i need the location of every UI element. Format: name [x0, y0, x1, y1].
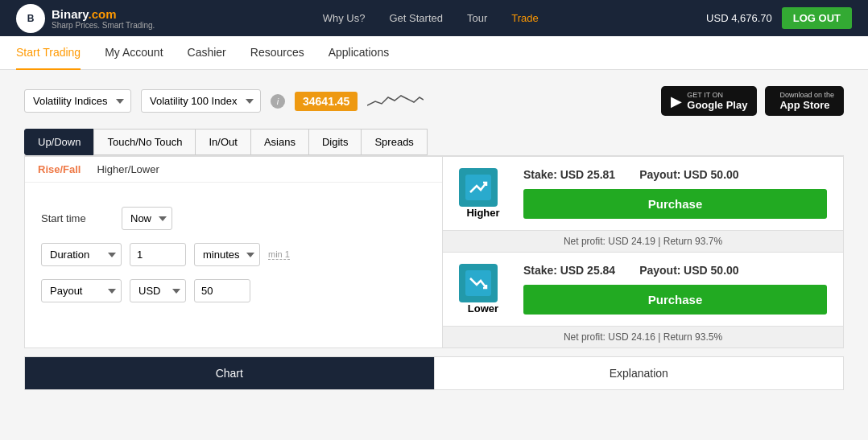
tab-touch-no-touch[interactable]: Touch/No Touch [93, 129, 196, 155]
subnav-applications[interactable]: Applications [329, 36, 390, 70]
start-time-select[interactable]: Now [122, 207, 172, 230]
logo-text: Binary.com [52, 7, 155, 21]
nav-tour[interactable]: Tour [467, 12, 487, 24]
nav-why-us[interactable]: Why Us? [323, 12, 366, 24]
higher-stake-payout: Stake: USD 25.81 Payout: USD 50.00 [523, 168, 827, 181]
contract-type-tabs: Up/Down Touch/No Touch In/Out Asians Dig… [24, 129, 844, 156]
duration-hint: min 1 [268, 249, 290, 260]
main-content: Volatility Indices Volatility 100 Index … [0, 70, 868, 406]
lower-label: Lower [459, 302, 507, 315]
start-time-row: Start time Now [41, 207, 426, 230]
tab-digits[interactable]: Digits [308, 129, 362, 155]
higher-net-profit: Net profit: USD 24.19 | Return 93.7% [443, 230, 843, 252]
lower-purchase-inner: Lower Stake: USD 25.84 Payout: USD 50.00 [443, 253, 843, 326]
higher-payout: Payout: USD 50.00 [639, 168, 738, 181]
trade-form-panel: Rise/Fall Higher/Lower Start time Now Du… [24, 156, 443, 348]
payout-type-select[interactable]: Payout [41, 279, 122, 302]
payout-currency-select[interactable]: USD [130, 279, 186, 302]
store-badges: ▶ GET IT ON Google Play Download on the … [661, 86, 844, 116]
lower-payout: Payout: USD 50.00 [639, 264, 738, 277]
tab-spreads[interactable]: Spreads [361, 129, 427, 155]
duration-unit-select[interactable]: minutes [194, 243, 260, 266]
form-area: Start time Now Duration minutes min 1 [25, 183, 442, 339]
price-badge: 34641.45 [295, 92, 358, 111]
tab-in-out[interactable]: In/Out [195, 129, 250, 155]
lower-direction: Lower [459, 264, 507, 315]
subtab-rise-fall[interactable]: Rise/Fall [38, 163, 81, 175]
subtabs-row: Rise/Fall Higher/Lower [25, 157, 442, 183]
sub-nav: Start Trading My Account Cashier Resourc… [0, 36, 868, 70]
higher-info: Stake: USD 25.81 Payout: USD 50.00 Purch… [523, 168, 827, 219]
google-play-badge[interactable]: ▶ GET IT ON Google Play [661, 86, 757, 116]
subnav-resources[interactable]: Resources [250, 36, 304, 70]
top-nav-right: USD 4,676.70 LOG OUT [706, 7, 852, 29]
lower-icon [459, 264, 498, 302]
logo: B Binary.com Sharp Prices. Smart Trading… [16, 4, 155, 33]
higher-label: Higher [459, 207, 507, 219]
top-nav-links: Why Us? Get Started Tour Trade [323, 12, 539, 24]
google-play-text: GET IT ON Google Play [687, 91, 747, 111]
logo-tagline: Sharp Prices. Smart Trading. [52, 21, 155, 30]
tab-updown[interactable]: Up/Down [24, 129, 94, 155]
logo-accent: .com [89, 7, 117, 21]
higher-purchase-card: Higher Stake: USD 25.81 Payout: USD 50.0… [442, 156, 844, 253]
lower-net-profit: Net profit: USD 24.16 | Return 93.5% [443, 326, 843, 347]
nav-trade[interactable]: Trade [511, 12, 538, 24]
toolbar-row: Volatility Indices Volatility 100 Index … [24, 86, 844, 116]
mini-chart [367, 89, 424, 113]
toolbar-left: Volatility Indices Volatility 100 Index … [24, 89, 424, 113]
subnav-my-account[interactable]: My Account [105, 36, 163, 70]
subtab-higher-lower[interactable]: Higher/Lower [97, 163, 159, 175]
tab-asians[interactable]: Asians [250, 129, 309, 155]
duration-row: Duration minutes min 1 [41, 243, 426, 266]
higher-purchase-button[interactable]: Purchase [523, 189, 827, 219]
market-select[interactable]: Volatility Indices [24, 89, 131, 113]
top-nav: B Binary.com Sharp Prices. Smart Trading… [0, 0, 868, 36]
balance-display: USD 4,676.70 [706, 12, 772, 24]
logout-button[interactable]: LOG OUT [782, 7, 852, 29]
duration-type-select[interactable]: Duration [41, 243, 122, 266]
lower-purchase-card: Lower Stake: USD 25.84 Payout: USD 50.00 [442, 253, 844, 348]
start-time-label: Start time [41, 212, 114, 224]
bottom-tabs: Chart Explanation [24, 356, 844, 390]
payout-value-input[interactable] [194, 279, 250, 302]
explanation-tab[interactable]: Explanation [434, 357, 844, 389]
subnav-start-trading[interactable]: Start Trading [16, 36, 81, 70]
trade-purchase-panel: Higher Stake: USD 25.81 Payout: USD 50.0… [443, 156, 844, 348]
lower-stake: Stake: USD 25.84 [523, 264, 615, 277]
google-play-icon: ▶ [671, 93, 682, 110]
lower-purchase-button[interactable]: Purchase [523, 285, 827, 315]
app-store-text: Download on the App Store [779, 91, 834, 111]
app-store-badge[interactable]: Download on the App Store [765, 86, 844, 116]
duration-value-input[interactable] [130, 243, 186, 266]
chart-tab[interactable]: Chart [25, 357, 434, 389]
higher-purchase-inner: Higher Stake: USD 25.81 Payout: USD 50.0… [443, 157, 843, 230]
higher-direction: Higher [459, 168, 507, 219]
nav-get-started[interactable]: Get Started [389, 12, 442, 24]
lower-stake-payout: Stake: USD 25.84 Payout: USD 50.00 [523, 264, 827, 277]
info-icon[interactable]: i [271, 94, 285, 109]
subnav-cashier[interactable]: Cashier [188, 36, 226, 70]
trade-area: Rise/Fall Higher/Lower Start time Now Du… [24, 156, 844, 348]
higher-icon [459, 168, 498, 207]
higher-stake: Stake: USD 25.81 [523, 168, 615, 181]
payout-row: Payout USD [41, 279, 426, 302]
instrument-select[interactable]: Volatility 100 Index [141, 89, 261, 113]
lower-info: Stake: USD 25.84 Payout: USD 50.00 Purch… [523, 264, 827, 315]
logo-icon: B [16, 4, 45, 33]
